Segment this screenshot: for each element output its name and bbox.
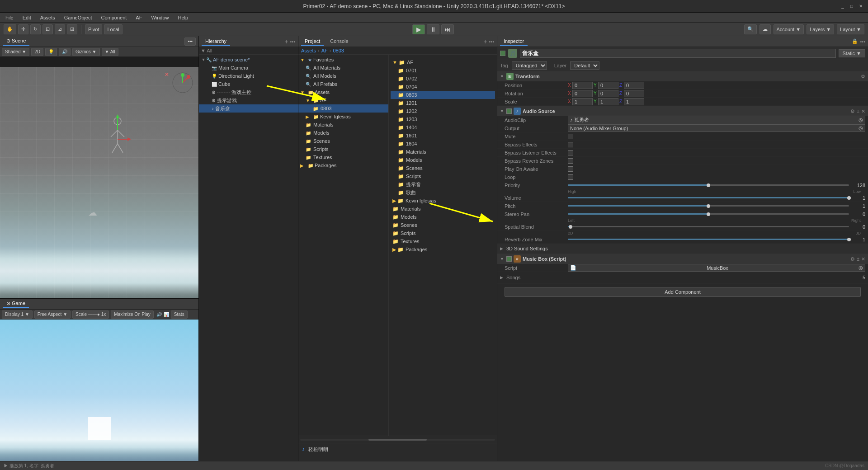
file-1203[interactable]: 📁 1203 <box>391 115 495 123</box>
breadcrumb-0803[interactable]: 0803 <box>333 48 344 53</box>
reverb-mix-track[interactable] <box>568 239 849 240</box>
file-1604[interactable]: 📁 1604 <box>391 140 495 148</box>
local-button[interactable]: Local <box>104 24 122 34</box>
menu-component[interactable]: Component <box>97 14 130 21</box>
hierarchy-item-cube[interactable]: ⬜ Cube <box>199 80 298 88</box>
transform-action-1[interactable]: ⚙ <box>861 74 865 80</box>
file-materials-af[interactable]: 📁 Materials <box>391 148 495 156</box>
tree-all-models[interactable]: 🔍 All Models <box>298 72 388 80</box>
gizmos-button[interactable]: Gizmos ▼ <box>72 48 100 56</box>
account-button[interactable]: Account ▼ <box>774 24 804 34</box>
file-scenes-root[interactable]: 📁 Scenes <box>391 221 495 229</box>
spatial-blend-thumb[interactable] <box>569 225 572 229</box>
music-box-header[interactable]: ▼ # Music Box (Script) ⚙ ± ✕ <box>497 254 868 264</box>
output-field[interactable]: None (Audio Mixer Group) ◎ <box>568 124 865 132</box>
project-scrollbar[interactable] <box>298 436 497 443</box>
scl-z-input[interactable]: 1 <box>624 98 644 105</box>
rot-y-input[interactable]: 0 <box>598 90 618 97</box>
pitch-thumb[interactable] <box>707 204 710 208</box>
tab-game[interactable]: ⊙ Game <box>3 300 29 308</box>
lighting-button[interactable]: 💡 <box>45 48 57 56</box>
tab-project[interactable]: Project <box>301 38 324 46</box>
display-dropdown[interactable]: Display 1 ▼ <box>2 310 33 319</box>
inspector-options[interactable]: ••• <box>860 38 865 44</box>
hierarchy-content[interactable]: ▼ 🔧 AF demo scene* 📷 Main Camera 💡 Direc… <box>199 55 298 470</box>
file-textures-root[interactable]: 📁 Textures <box>391 237 495 245</box>
file-scripts-root[interactable]: 📁 Scripts <box>391 229 495 237</box>
static-button[interactable]: Static ▼ <box>839 49 865 57</box>
pivot-button[interactable]: Pivot <box>85 24 102 34</box>
menu-assets[interactable]: Assets <box>37 14 59 21</box>
loop-checkbox[interactable] <box>568 174 573 180</box>
hierarchy-add-button[interactable]: + <box>284 38 288 45</box>
transform-header[interactable]: ▼ ⊞ Transform ⚙ <box>497 71 868 81</box>
menu-file[interactable]: File <box>2 14 17 21</box>
file-0702[interactable]: 📁 0702 <box>391 75 495 83</box>
file-tishiyin[interactable]: 📁 提示音 <box>391 180 495 188</box>
file-1601[interactable]: 📁 1601 <box>391 132 495 140</box>
file-0803[interactable]: 📁 0803 <box>391 91 495 99</box>
inspector-lock[interactable]: 🔒 <box>852 38 858 44</box>
bypass-listener-checkbox[interactable] <box>568 150 573 155</box>
project-options[interactable]: ••• <box>489 38 494 45</box>
tag-select[interactable]: Untagged <box>512 61 547 70</box>
scene-close-x[interactable]: ✕ <box>165 71 169 78</box>
audio-source-action-1[interactable]: ⚙ <box>850 108 855 114</box>
hierarchy-item-scene[interactable]: ▼ 🔧 AF demo scene* <box>199 56 298 64</box>
tree-0803[interactable]: 📁 0803 <box>298 104 388 113</box>
hierarchy-item-musicbox[interactable]: ♪ 音乐盒 <box>199 104 298 113</box>
file-af[interactable]: ▼ 📁 AF <box>391 58 495 66</box>
file-qingsongminglan[interactable]: ♪ 轻松明朗 <box>300 445 495 453</box>
audio-source-header[interactable]: ▼ ♪ Audio Source ⚙ ± ✕ <box>497 106 868 116</box>
file-0701[interactable]: 📁 0701 <box>391 66 495 75</box>
play-button[interactable]: ▶ <box>412 24 425 34</box>
hierarchy-item-camera[interactable]: 📷 Main Camera <box>199 64 298 72</box>
mute-checkbox[interactable] <box>568 134 573 139</box>
bypass-effects-checkbox[interactable] <box>568 142 573 147</box>
tab-console[interactable]: Console <box>326 38 352 46</box>
tree-textures[interactable]: 📁 Textures <box>298 153 388 161</box>
minimize-button[interactable]: _ <box>839 3 846 10</box>
file-gequ[interactable]: 📁 歌曲 <box>391 188 495 197</box>
maximize-button[interactable]: □ <box>848 3 855 10</box>
file-1201[interactable]: 📁 1201 <box>391 99 495 107</box>
menu-af[interactable]: AF <box>132 14 146 21</box>
hierarchy-item-gamemaster[interactable]: ⚙ -------- 游戏主控 <box>199 88 298 96</box>
audio-button[interactable]: 🔊 <box>59 48 71 56</box>
songs-header[interactable]: ▶ Songs 5 <box>500 274 865 281</box>
music-box-action-1[interactable]: ⚙ <box>850 256 855 262</box>
tree-assets[interactable]: ▼ 📁 Assets <box>298 88 388 96</box>
file-models-af[interactable]: 📁 Models <box>391 156 495 164</box>
file-0704[interactable]: 📁 0704 <box>391 83 495 91</box>
object-active-checkbox[interactable] <box>500 51 505 56</box>
step-button[interactable]: ⏭ <box>441 24 454 34</box>
pause-button[interactable]: ⏸ <box>427 24 439 34</box>
scene-search[interactable]: ▼ All <box>102 48 118 56</box>
layout-button[interactable]: Layout ▼ <box>837 24 864 34</box>
file-1404[interactable]: 📁 1404 <box>391 123 495 132</box>
menu-edit[interactable]: Edit <box>19 14 35 21</box>
music-box-action-3[interactable]: ✕ <box>861 256 865 262</box>
hand-tool[interactable]: ✋ <box>4 24 16 34</box>
layer-select[interactable]: Default <box>570 61 599 70</box>
play-on-awake-checkbox[interactable] <box>568 166 573 172</box>
music-box-checkbox[interactable] <box>506 256 512 262</box>
hierarchy-item-light[interactable]: 💡 Directional Light <box>199 72 298 80</box>
cloud-button[interactable]: ☁ <box>760 24 771 34</box>
layers-button[interactable]: Layers ▼ <box>807 24 834 34</box>
maximize-on-play[interactable]: Maximize On Play <box>111 310 154 319</box>
sound-settings-header[interactable]: ▶ 3D Sound Settings <box>497 244 868 254</box>
hierarchy-item-tips[interactable]: ⚙ 提示游戏 <box>199 96 298 104</box>
rot-x-input[interactable]: 0 <box>572 90 593 97</box>
audioclip-pick-icon[interactable]: ◎ <box>859 117 863 123</box>
tree-packages[interactable]: ▶ 📁 Packages <box>298 161 388 169</box>
breadcrumb-af[interactable]: AF <box>321 48 328 53</box>
menu-gameobject[interactable]: GameObject <box>61 14 96 21</box>
audio-source-action-2[interactable]: ± <box>857 108 859 114</box>
volume-track[interactable] <box>568 197 849 198</box>
tree-af[interactable]: ▼ 📁 AF <box>298 96 388 104</box>
scene-view[interactable]: ✕ <box>0 67 198 307</box>
search-button[interactable]: 🔍 <box>744 24 757 34</box>
tree-all-prefabs[interactable]: 🔍 All Prefabs <box>298 80 388 88</box>
stereo-pan-track[interactable] <box>568 213 849 215</box>
